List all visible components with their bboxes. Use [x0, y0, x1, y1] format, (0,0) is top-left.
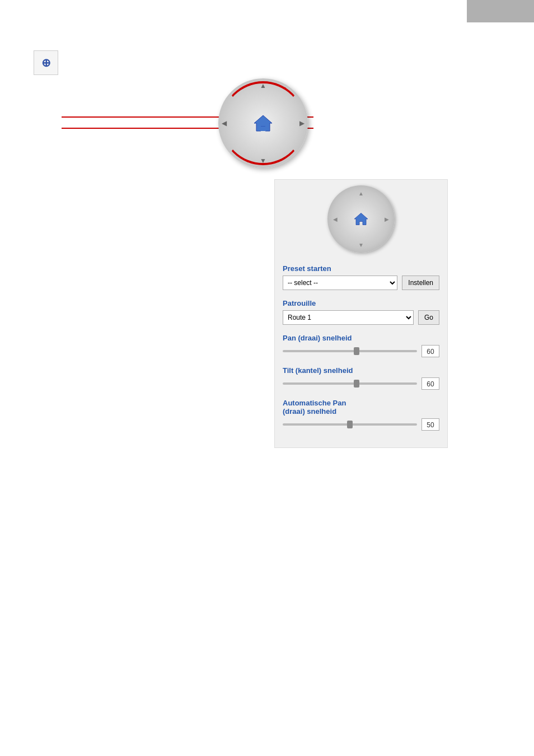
auto-pan-section: Automatische Pan (draai) snelheid 50 — [275, 395, 447, 436]
ptz-left-arrow[interactable]: ◀ — [222, 119, 227, 127]
auto-pan-label: Automatische Pan (draai) snelheid — [283, 399, 439, 416]
pan-speed-section: Pan (draai) snelheid 60 — [275, 330, 447, 363]
patrol-label: Patrouille — [283, 299, 439, 307]
ptz-small-left[interactable]: ◀ — [330, 213, 341, 225]
control-panel: ▲ ▼ ◀ ▶ Preset starten -- select -- Inst… — [274, 179, 448, 448]
move-icon: ⊕ — [41, 56, 51, 69]
auto-pan-track[interactable] — [283, 423, 417, 426]
pan-speed-track[interactable] — [283, 350, 417, 352]
ptz-controller-small: ▲ ▼ ◀ ▶ — [327, 185, 395, 253]
ptz-small-home[interactable] — [350, 208, 372, 230]
preset-select[interactable]: -- select -- — [283, 276, 397, 290]
svg-rect-1 — [260, 127, 266, 131]
tilt-speed-track[interactable] — [283, 382, 417, 385]
ptz-up-arrow[interactable]: ▲ — [260, 82, 266, 90]
ptz-small-right[interactable]: ▶ — [381, 213, 392, 225]
route-select[interactable]: Route 1 Route 2 Route 3 — [283, 310, 414, 325]
tilt-speed-thumb[interactable] — [354, 380, 359, 388]
ptz-controller-large: ▲ ▼ ◀ ▶ — [218, 78, 308, 168]
patrol-section: Patrouille Route 1 Route 2 Route 3 Go — [275, 296, 447, 330]
auto-pan-value: 50 — [421, 418, 439, 431]
top-bar — [467, 0, 534, 22]
go-button[interactable]: Go — [418, 310, 439, 325]
svg-marker-2 — [354, 213, 368, 225]
preset-section: Preset starten -- select -- Instellen — [275, 261, 447, 296]
pan-speed-value: 60 — [421, 345, 439, 357]
auto-pan-thumb[interactable] — [347, 421, 353, 428]
ptz-small-up[interactable]: ▲ — [355, 188, 367, 199]
tilt-speed-label: Tilt (kantel) snelheid — [283, 366, 439, 375]
pan-speed-thumb[interactable] — [354, 347, 359, 355]
ptz-down-arrow[interactable]: ▼ — [260, 157, 266, 165]
ptz-controller-small-container: ▲ ▼ ◀ ▶ — [275, 180, 447, 261]
instellen-button[interactable]: Instellen — [402, 276, 439, 290]
tilt-speed-value: 60 — [421, 377, 439, 390]
ptz-right-arrow[interactable]: ▶ — [299, 119, 305, 127]
preset-label: Preset starten — [283, 264, 439, 273]
ptz-small-down[interactable]: ▼ — [355, 239, 367, 250]
tilt-speed-section: Tilt (kantel) snelheid 60 — [275, 363, 447, 395]
pan-speed-label: Pan (draai) snelheid — [283, 334, 439, 342]
ptz-home-button[interactable] — [248, 108, 279, 139]
move-icon-button[interactable]: ⊕ — [34, 50, 58, 75]
